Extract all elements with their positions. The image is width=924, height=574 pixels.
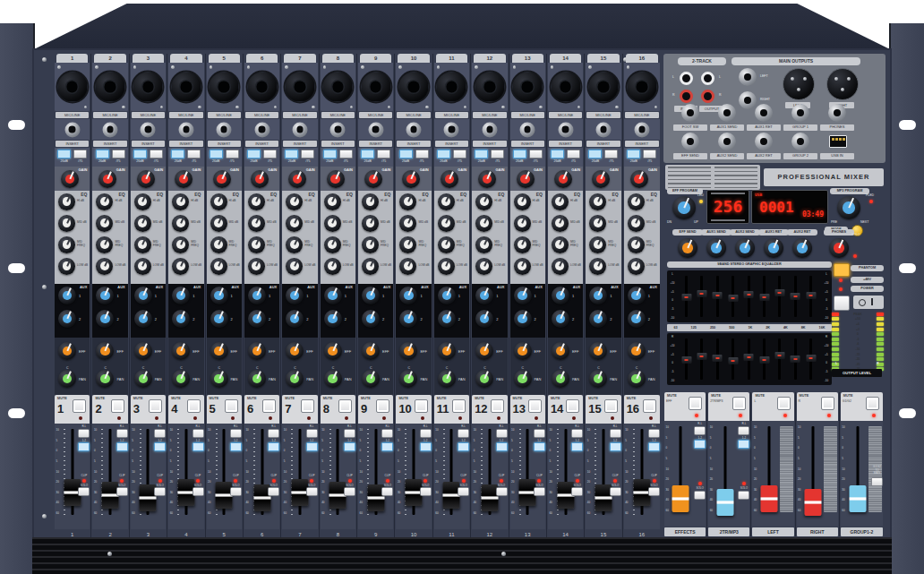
- mic-line-combo-jack[interactable]: [132, 71, 165, 104]
- eq-knob[interactable]: [589, 258, 606, 275]
- route-rl-button[interactable]: [694, 426, 706, 435]
- eff-knob[interactable]: [514, 342, 532, 360]
- gain-knob[interactable]: [251, 170, 269, 188]
- pan-knob[interactable]: [58, 370, 76, 388]
- main-out-right-trs-jack[interactable]: [739, 91, 757, 109]
- lowcut-75-button[interactable]: /75: [643, 150, 656, 167]
- eq-knob[interactable]: [438, 193, 455, 210]
- eq-knob[interactable]: [438, 258, 455, 275]
- aux1-send-knob[interactable]: [706, 238, 726, 258]
- mute-button[interactable]: [111, 399, 124, 413]
- pad-26db-button[interactable]: 26dB: [399, 150, 413, 167]
- route-rl-button[interactable]: [78, 429, 90, 438]
- mic-line-combo-jack[interactable]: [169, 71, 202, 104]
- insert-jack[interactable]: [444, 122, 459, 137]
- lowcut-75-button[interactable]: /75: [453, 150, 466, 167]
- route-rl-button[interactable]: [306, 429, 318, 438]
- eq-knob[interactable]: [210, 193, 227, 210]
- route-12-button[interactable]: [230, 442, 242, 451]
- left-fader[interactable]: [760, 485, 777, 512]
- geq-slider-500[interactable]: [732, 338, 734, 380]
- route-rl-button[interactable]: [458, 429, 469, 438]
- gain-knob[interactable]: [137, 170, 155, 188]
- eq-knob[interactable]: [362, 193, 379, 210]
- route-12-button[interactable]: [610, 442, 621, 451]
- eq-knob[interactable]: [96, 236, 113, 253]
- eff-knob[interactable]: [628, 342, 646, 360]
- eq-knob[interactable]: [514, 215, 531, 232]
- eq-knob[interactable]: [134, 236, 151, 253]
- aux2-knob[interactable]: [210, 310, 228, 328]
- eq-knob[interactable]: [628, 215, 645, 232]
- pan-knob[interactable]: [589, 370, 607, 388]
- solo-button[interactable]: [230, 487, 242, 496]
- geq-slider-2K[interactable]: [763, 276, 766, 317]
- aux2-knob[interactable]: [58, 310, 76, 328]
- foot-sw-jack[interactable]: [681, 104, 699, 122]
- solo-button[interactable]: [116, 487, 128, 496]
- eq-knob[interactable]: [286, 236, 303, 253]
- mic-line-combo-jack[interactable]: [625, 71, 658, 104]
- eq-knob[interactable]: [58, 236, 75, 253]
- route-12-button[interactable]: [420, 442, 432, 451]
- mute-button[interactable]: [821, 397, 834, 410]
- eq-knob[interactable]: [399, 236, 416, 253]
- route-12-button[interactable]: [496, 442, 508, 451]
- eq-knob[interactable]: [248, 258, 265, 275]
- eq-knob[interactable]: [248, 193, 265, 210]
- pan-knob[interactable]: [96, 370, 114, 388]
- aux2-ret-jack[interactable]: [755, 133, 773, 150]
- eff-knob[interactable]: [324, 342, 342, 360]
- eff-knob[interactable]: [210, 342, 228, 360]
- mute-button[interactable]: [866, 397, 879, 410]
- eff-send-jack[interactable]: [681, 133, 699, 150]
- insert-jack[interactable]: [103, 122, 118, 137]
- pad-26db-button[interactable]: 26dB: [96, 150, 109, 167]
- geq-slider-250[interactable]: [716, 276, 719, 317]
- pan-knob[interactable]: [286, 370, 304, 388]
- solo-button[interactable]: [571, 487, 583, 496]
- lowcut-75-button[interactable]: /75: [187, 150, 201, 167]
- insert-jack[interactable]: [141, 122, 156, 137]
- eq-knob[interactable]: [399, 215, 416, 232]
- route-rl-button[interactable]: [116, 429, 128, 438]
- eq-knob[interactable]: [552, 236, 569, 253]
- eq-knob[interactable]: [58, 215, 75, 232]
- solo-button[interactable]: [738, 491, 749, 500]
- mute-button[interactable]: [415, 399, 428, 413]
- route-12-button[interactable]: [192, 442, 204, 451]
- route-12-button[interactable]: [154, 442, 166, 451]
- main-out-left-xlr[interactable]: [783, 68, 815, 100]
- solo-button[interactable]: [154, 487, 166, 496]
- lowcut-75-button[interactable]: /75: [491, 150, 504, 167]
- eq-knob[interactable]: [362, 215, 379, 232]
- eq-knob[interactable]: [475, 193, 492, 210]
- eq-knob[interactable]: [399, 258, 416, 275]
- mute-button[interactable]: [452, 399, 466, 413]
- aux1-knob[interactable]: [286, 287, 304, 304]
- mute-button[interactable]: [73, 399, 86, 413]
- eq-knob[interactable]: [324, 236, 341, 253]
- gain-knob[interactable]: [441, 170, 458, 188]
- route-12-button[interactable]: [381, 442, 393, 451]
- pad-26db-button[interactable]: 26dB: [551, 150, 564, 167]
- route-12-button[interactable]: [344, 442, 355, 451]
- eff-knob[interactable]: [58, 342, 76, 360]
- eq-knob[interactable]: [248, 236, 265, 253]
- mic-line-combo-jack[interactable]: [359, 71, 392, 104]
- aux1-knob[interactable]: [628, 287, 646, 304]
- route-rl-button[interactable]: [648, 429, 660, 438]
- mute-button[interactable]: [732, 397, 746, 410]
- mic-line-combo-jack[interactable]: [473, 71, 506, 104]
- eff-program-knob[interactable]: [672, 196, 696, 219]
- aux1-knob[interactable]: [172, 287, 190, 304]
- main-out-right-xlr[interactable]: [826, 68, 859, 100]
- pad-26db-button[interactable]: 26dB: [247, 150, 261, 167]
- route-12-button[interactable]: [306, 442, 318, 451]
- mute-button[interactable]: [777, 397, 791, 410]
- route-rl-button[interactable]: [610, 429, 621, 438]
- solo-button[interactable]: [344, 487, 355, 496]
- route-12-button[interactable]: [534, 442, 545, 451]
- right-fader[interactable]: [805, 489, 822, 516]
- mute-button[interactable]: [338, 399, 352, 413]
